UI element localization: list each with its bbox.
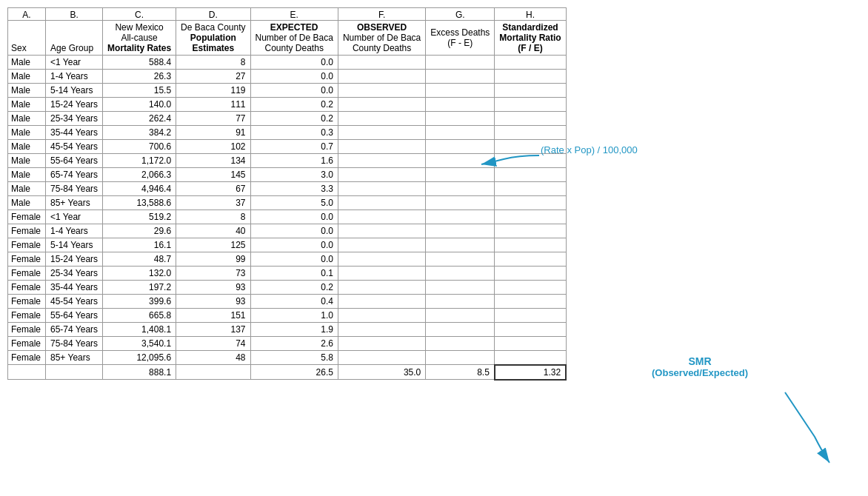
table-cell	[338, 323, 425, 337]
table-cell	[495, 140, 566, 154]
table-row: Female85+ Years12,095.6485.8	[8, 351, 567, 365]
table-cell	[426, 196, 495, 210]
table-cell: Male	[8, 154, 46, 168]
table-row: Female35-44 Years197.2930.2	[8, 281, 567, 295]
data-table: A. B. C. D. E. F. G. H. Sex Age Group Ne…	[7, 7, 567, 381]
col-letter-b: B.	[46, 8, 103, 21]
table-cell: 8	[176, 210, 250, 224]
table-cell: Female	[8, 323, 46, 337]
table-cell: 3.0	[250, 168, 338, 182]
table-cell: 1,172.0	[103, 154, 176, 168]
table-row: Male1-4 Years26.3270.0	[8, 70, 567, 84]
table-cell: 197.2	[103, 281, 176, 295]
total-observed: 35.0	[338, 365, 425, 380]
table-cell: 134	[176, 154, 250, 168]
table-cell	[426, 337, 495, 351]
table-cell	[426, 252, 495, 267]
table-cell: 145	[176, 168, 250, 182]
table-cell	[338, 309, 425, 323]
table-cell	[426, 309, 495, 323]
table-cell: 37	[176, 196, 250, 210]
table-row: Male65-74 Years2,066.31453.0	[8, 168, 567, 182]
table-cell: 25-34 Years	[46, 267, 103, 281]
table-cell: 0.0	[250, 56, 338, 70]
table-cell	[426, 168, 495, 182]
table-row: Male<1 Year588.480.0	[8, 56, 567, 70]
table-cell	[426, 351, 495, 365]
header-smr: StandardizedMortality Ratio(F / E)	[495, 21, 566, 56]
table-cell: 2.6	[250, 337, 338, 351]
table-cell: 0.0	[250, 224, 338, 238]
table-cell: 48.7	[103, 252, 176, 267]
table-cell: 119	[176, 84, 250, 98]
table-row: Male15-24 Years140.01110.2	[8, 98, 567, 112]
table-cell	[338, 267, 425, 281]
table-cell	[338, 238, 425, 252]
table-cell: Male	[8, 112, 46, 126]
table-row: Female<1 Year519.280.0	[8, 210, 567, 224]
table-cell: <1 Year	[46, 210, 103, 224]
header-observed: OBSERVEDNumber of De BacaCounty Deaths	[338, 21, 425, 56]
table-cell: 0.2	[250, 98, 338, 112]
table-cell: 0.2	[250, 281, 338, 295]
table-cell	[426, 295, 495, 309]
table-cell: 67	[176, 182, 250, 196]
table-cell: 1,408.1	[103, 323, 176, 337]
table-cell: Male	[8, 70, 46, 84]
table-cell	[338, 351, 425, 365]
table-cell: 700.6	[103, 140, 176, 154]
table-cell	[426, 84, 495, 98]
table-cell: Male	[8, 98, 46, 112]
table-cell: 137	[176, 323, 250, 337]
table-cell: 77	[176, 112, 250, 126]
table-cell	[426, 238, 495, 252]
table-cell: Male	[8, 126, 46, 140]
table-cell: 75-84 Years	[46, 337, 103, 351]
table-cell	[495, 323, 566, 337]
table-row: Male45-54 Years700.61020.7	[8, 140, 567, 154]
table-cell: 384.2	[103, 126, 176, 140]
table-cell	[495, 84, 566, 98]
table-cell: 132.0	[103, 267, 176, 281]
table-cell: 399.6	[103, 295, 176, 309]
table-cell: 85+ Years	[46, 196, 103, 210]
col-letter-d: D.	[176, 8, 250, 21]
table-cell: 140.0	[103, 98, 176, 112]
table-cell	[495, 309, 566, 323]
table-cell: 111	[176, 98, 250, 112]
table-cell: 102	[176, 140, 250, 154]
total-expected: 26.5	[250, 365, 338, 380]
table-cell: 15-24 Years	[46, 98, 103, 112]
table-cell	[338, 154, 425, 168]
table-cell	[338, 210, 425, 224]
table-cell: 85+ Years	[46, 351, 103, 365]
table-row: Female45-54 Years399.6930.4	[8, 295, 567, 309]
table-cell: 26.3	[103, 70, 176, 84]
table-cell: Female	[8, 267, 46, 281]
table-cell	[338, 112, 425, 126]
table-cell: 12,095.6	[103, 351, 176, 365]
table-cell	[338, 126, 425, 140]
table-cell	[426, 154, 495, 168]
table-cell: 45-54 Years	[46, 295, 103, 309]
header-expected: EXPECTEDNumber of De BacaCounty Deaths	[250, 21, 338, 56]
table-cell: 1-4 Years	[46, 70, 103, 84]
table-cell: 1.0	[250, 309, 338, 323]
table-row: Male5-14 Years15.51190.0	[8, 84, 567, 98]
table-cell	[495, 281, 566, 295]
table-cell: 29.6	[103, 224, 176, 238]
table-cell: Female	[8, 252, 46, 267]
col-letter-a: A.	[8, 8, 46, 21]
table-cell: 48	[176, 351, 250, 365]
table-cell: Female	[8, 295, 46, 309]
table-cell: Male	[8, 196, 46, 210]
table-cell	[495, 196, 566, 210]
total-sex	[8, 365, 46, 380]
table-row: Female55-64 Years665.81511.0	[8, 309, 567, 323]
table-cell	[426, 112, 495, 126]
table-row: Female1-4 Years29.6400.0	[8, 224, 567, 238]
table-cell: 93	[176, 295, 250, 309]
total-rate: 888.1	[103, 365, 176, 380]
table-cell: 55-64 Years	[46, 309, 103, 323]
table-cell	[495, 337, 566, 351]
